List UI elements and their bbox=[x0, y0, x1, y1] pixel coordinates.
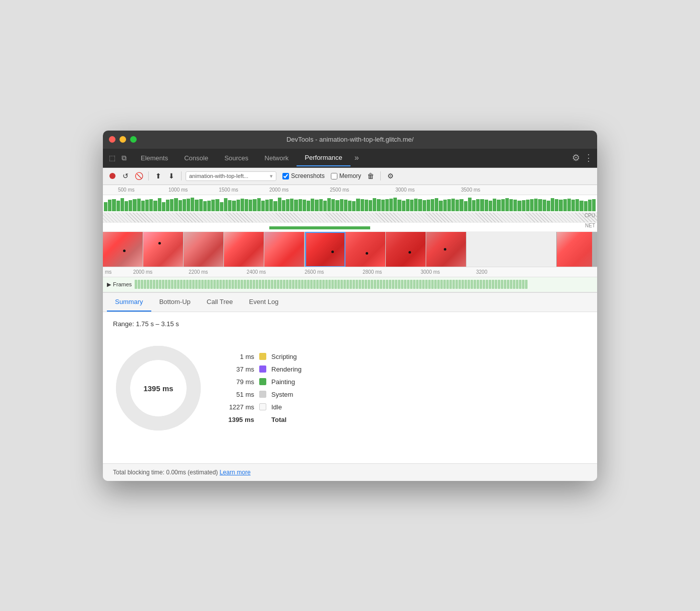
tab-console[interactable]: Console bbox=[176, 150, 216, 166]
maximize-button[interactable] bbox=[130, 136, 137, 143]
tab-elements[interactable]: Elements bbox=[133, 150, 176, 166]
idle-label: Idle bbox=[271, 403, 282, 411]
fps-bar bbox=[397, 200, 401, 211]
more-tabs-button[interactable]: » bbox=[351, 151, 363, 164]
frame-bar bbox=[168, 280, 170, 289]
frame-bar bbox=[216, 280, 219, 289]
selected-screenshots-region bbox=[305, 232, 557, 267]
upload-button[interactable]: ⬆ bbox=[153, 170, 164, 181]
frame-bar bbox=[250, 280, 252, 289]
frame-bar bbox=[198, 280, 201, 289]
fps-bar bbox=[414, 199, 418, 211]
tab-event-log[interactable]: Event Log bbox=[241, 293, 287, 312]
frame-bar bbox=[138, 280, 140, 289]
clear-button[interactable]: 🚫 bbox=[133, 170, 144, 181]
minimize-button[interactable] bbox=[120, 136, 126, 143]
frames-expand-icon[interactable]: ▶ bbox=[107, 281, 111, 288]
frame-bar bbox=[461, 280, 464, 289]
frame-bar bbox=[519, 280, 521, 289]
tick-3000ms: 3000 ms bbox=[395, 187, 415, 193]
scrollbar-thumb[interactable] bbox=[592, 232, 597, 267]
screenshot-thumb-selected[interactable] bbox=[345, 232, 386, 267]
memory-checkbox[interactable] bbox=[331, 173, 337, 179]
fps-bar bbox=[530, 199, 534, 211]
frame-bar bbox=[495, 280, 497, 289]
frame-bar bbox=[389, 280, 391, 289]
tab-call-tree[interactable]: Call Tree bbox=[199, 293, 241, 312]
screenshot-thumb[interactable] bbox=[184, 232, 224, 267]
fps-bar bbox=[423, 200, 426, 211]
screenshot-thumb-selected[interactable] bbox=[386, 232, 426, 267]
divider-3 bbox=[380, 171, 381, 180]
thumb-dot bbox=[444, 248, 446, 251]
frame-bar bbox=[228, 280, 231, 289]
record-button[interactable] bbox=[107, 170, 118, 181]
fps-bar bbox=[207, 201, 211, 211]
tab-bar-right: ⚙ ⋮ bbox=[572, 152, 593, 163]
url-input[interactable]: animation-with-top-left... ▾ bbox=[186, 171, 276, 181]
screenshot-thumb[interactable] bbox=[224, 232, 264, 267]
tick-2500ms: 2500 ms bbox=[330, 187, 349, 193]
settings-icon[interactable]: ⚙ bbox=[572, 152, 580, 163]
frame-bar bbox=[501, 280, 503, 289]
screenshot-thumb[interactable] bbox=[264, 232, 305, 267]
fps-bar bbox=[526, 200, 530, 211]
fps-bar bbox=[385, 199, 389, 211]
download-button[interactable]: ⬇ bbox=[166, 170, 177, 181]
fps-bar bbox=[365, 200, 368, 211]
frame-bar bbox=[162, 280, 164, 289]
tab-network[interactable]: Network bbox=[257, 150, 297, 166]
frame-bar bbox=[301, 280, 304, 289]
panel-icon[interactable]: ⧉ bbox=[120, 152, 129, 164]
screenshot-thumb[interactable] bbox=[103, 232, 143, 267]
frame-bar bbox=[289, 280, 291, 289]
learn-more-link[interactable]: Learn more bbox=[219, 469, 250, 476]
capture-settings-button[interactable]: ⚙ bbox=[385, 170, 396, 181]
tab-performance[interactable]: Performance bbox=[297, 150, 350, 166]
reload-button[interactable]: ↺ bbox=[120, 170, 131, 181]
cursor-icon[interactable]: ⬚ bbox=[107, 152, 118, 164]
fps-bar bbox=[377, 199, 380, 211]
fps-bar bbox=[356, 199, 360, 211]
frame-bar bbox=[356, 280, 358, 289]
delete-recording-button[interactable]: 🗑 bbox=[365, 170, 376, 181]
frame-bar bbox=[368, 280, 370, 289]
frame-bar bbox=[268, 280, 270, 289]
tab-bar-icons: ⬚ ⧉ bbox=[107, 152, 129, 164]
frame-bar bbox=[353, 280, 355, 289]
fps-bar bbox=[464, 201, 468, 211]
screenshots-group: Screenshots bbox=[282, 172, 325, 179]
total-label: Total bbox=[271, 416, 286, 423]
timeline-scrollbar[interactable] bbox=[592, 232, 597, 267]
frame-bar bbox=[425, 280, 428, 289]
frame-bar bbox=[477, 280, 479, 289]
fps-bar bbox=[311, 199, 314, 211]
tick-3200ms: 3200 bbox=[476, 269, 487, 275]
bottom-bar: Total blocking time: 0.00ms (estimated) … bbox=[103, 463, 597, 481]
close-button[interactable] bbox=[109, 136, 115, 143]
frame-bar bbox=[219, 280, 222, 289]
fps-bar bbox=[344, 200, 347, 211]
screenshot-thumb[interactable] bbox=[143, 232, 184, 267]
frame-bar bbox=[386, 280, 388, 289]
fps-bar bbox=[393, 198, 397, 211]
more-options-icon[interactable]: ⋮ bbox=[584, 152, 593, 163]
url-dropdown-icon[interactable]: ▾ bbox=[270, 173, 273, 179]
screenshot-thumb-selected[interactable] bbox=[426, 232, 466, 267]
frame-bar bbox=[434, 280, 437, 289]
screenshot-thumb[interactable] bbox=[557, 232, 597, 267]
fps-bar bbox=[211, 200, 215, 211]
fps-bar bbox=[513, 200, 517, 211]
rendering-label: Rendering bbox=[271, 365, 302, 373]
frame-bar bbox=[286, 280, 288, 289]
tab-bottom-up[interactable]: Bottom-Up bbox=[151, 293, 199, 312]
tab-sources[interactable]: Sources bbox=[216, 150, 257, 166]
screenshot-thumb-selected[interactable] bbox=[305, 232, 345, 267]
fps-bar bbox=[369, 200, 372, 211]
frame-bar bbox=[159, 280, 161, 289]
rendering-value: 37 ms bbox=[224, 365, 254, 373]
frame-bar bbox=[195, 280, 198, 289]
tab-summary[interactable]: Summary bbox=[107, 293, 151, 312]
screenshots-checkbox[interactable] bbox=[282, 173, 289, 179]
frame-bar bbox=[271, 280, 273, 289]
